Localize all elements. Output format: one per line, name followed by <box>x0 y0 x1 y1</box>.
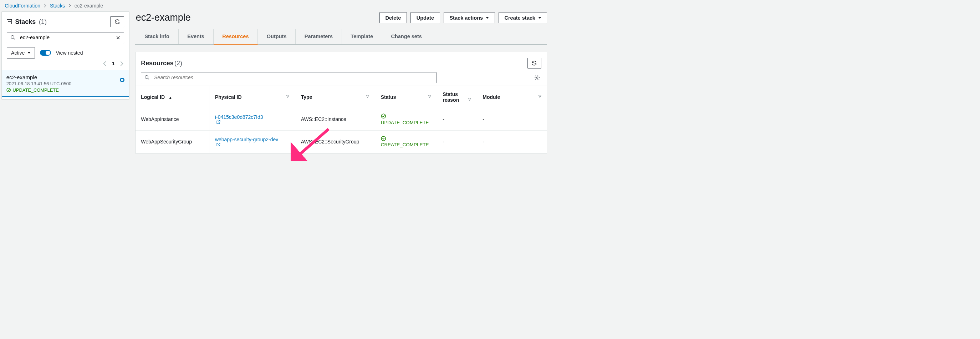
svg-marker-6 <box>486 17 489 19</box>
cell-type: AWS::EC2::Instance <box>295 108 375 131</box>
stacks-title: Stacks <box>15 18 36 26</box>
svg-line-1 <box>14 38 15 40</box>
filter-icon: ▽ <box>538 94 541 98</box>
stack-card-status: UPDATE_COMPLETE <box>6 88 125 93</box>
stacks-filter-value: Active <box>11 50 25 56</box>
physical-id-link[interactable]: i-0415c3e0d872c7fd3 <box>215 114 289 124</box>
resources-count: (2) <box>174 60 182 67</box>
svg-point-10 <box>536 77 538 78</box>
tab-stack-info[interactable]: Stack info <box>135 29 179 44</box>
pager-prev[interactable] <box>103 61 106 66</box>
stacks-search-input-wrap <box>7 32 124 43</box>
external-link-icon <box>216 120 220 124</box>
col-status[interactable]: Status ▽ <box>375 86 437 108</box>
tab-change-sets[interactable]: Change sets <box>382 29 431 44</box>
external-link-icon <box>216 142 220 146</box>
stack-card-name: ec2-example <box>6 74 125 80</box>
stacks-search-input[interactable] <box>7 32 124 43</box>
chevron-right-icon <box>68 3 71 8</box>
col-logical-id[interactable]: Logical ID ▲ <box>135 86 209 108</box>
table-row: WebAppInstance i-0415c3e0d872c7fd3 AWS::… <box>135 108 547 131</box>
caret-down-icon <box>27 52 31 54</box>
stack-selected-radio[interactable] <box>120 78 124 82</box>
success-icon <box>381 113 386 119</box>
refresh-button[interactable] <box>110 16 124 27</box>
table-row: WebAppSecurityGroup webapp-security-grou… <box>135 131 547 153</box>
stack-card-timestamp: 2021-06-18 13:41:56 UTC-0500 <box>6 81 125 86</box>
search-icon <box>10 35 16 40</box>
cell-logical-id: WebAppInstance <box>135 108 209 131</box>
svg-marker-7 <box>538 17 541 19</box>
svg-point-5 <box>7 88 10 92</box>
filter-icon: ▽ <box>286 94 289 98</box>
resources-panel: Resources (2) <box>135 52 547 153</box>
stacks-sidebar: Stacks (1) Active View nested <box>2 11 129 100</box>
settings-gear-icon[interactable] <box>533 73 541 82</box>
update-button[interactable]: Update <box>410 12 440 23</box>
breadcrumb-cloudformation[interactable]: CloudFormation <box>5 3 40 9</box>
clear-search-icon[interactable] <box>115 34 122 41</box>
stacks-pager: 1 <box>7 59 124 66</box>
resources-table: Logical ID ▲ Physical ID ▽ Type ▽ Stat <box>135 86 547 153</box>
search-icon <box>145 75 150 80</box>
chevron-right-icon <box>44 3 46 8</box>
cell-module: - <box>477 108 547 131</box>
stacks-count: (1) <box>39 18 47 26</box>
cell-status-reason: - <box>437 108 477 131</box>
filter-icon: ▽ <box>468 97 471 101</box>
svg-point-11 <box>381 114 385 118</box>
breadcrumb-stacks[interactable]: Stacks <box>50 3 65 9</box>
stack-tabs: Stack info Events Resources Outputs Para… <box>135 29 547 45</box>
tab-outputs[interactable]: Outputs <box>258 29 296 44</box>
success-icon <box>381 136 386 141</box>
caret-down-icon <box>486 17 489 19</box>
breadcrumb-current: ec2-example <box>75 3 103 9</box>
filter-icon: ▽ <box>428 94 431 98</box>
success-icon <box>6 88 11 92</box>
tab-events[interactable]: Events <box>179 29 214 44</box>
pager-next[interactable] <box>120 61 123 66</box>
filter-icon: ▽ <box>366 94 369 98</box>
tab-template[interactable]: Template <box>342 29 382 44</box>
sort-asc-icon: ▲ <box>169 95 172 100</box>
col-module[interactable]: Module ▽ <box>477 86 547 108</box>
tab-resources[interactable]: Resources <box>214 29 258 45</box>
cell-logical-id: WebAppSecurityGroup <box>135 131 209 153</box>
svg-point-0 <box>11 36 14 38</box>
stack-card[interactable]: ec2-example 2021-06-18 13:41:56 UTC-0500… <box>2 70 129 97</box>
col-physical-id[interactable]: Physical ID ▽ <box>209 86 295 108</box>
pager-page-number: 1 <box>112 60 115 66</box>
cell-status-reason: - <box>437 131 477 153</box>
col-type[interactable]: Type ▽ <box>295 86 375 108</box>
stacks-filter-select[interactable]: Active <box>7 47 35 58</box>
main-content: ec2-example Delete Update Stack actions … <box>135 11 547 153</box>
delete-button[interactable]: Delete <box>379 12 407 23</box>
resources-title: Resources <box>141 60 174 67</box>
cell-module: - <box>477 131 547 153</box>
physical-id-link[interactable]: webapp-security-group2-dev <box>215 137 289 146</box>
cell-status: UPDATE_COMPLETE <box>375 108 437 131</box>
resources-search-input[interactable] <box>141 72 436 83</box>
caret-down-icon <box>538 17 541 19</box>
resources-refresh-button[interactable] <box>527 58 541 68</box>
svg-line-9 <box>148 78 149 80</box>
collapse-icon[interactable] <box>7 19 12 25</box>
page-title: ec2-example <box>136 12 191 23</box>
col-status-reason[interactable]: Status reason ▽ <box>437 86 477 108</box>
cell-status: CREATE_COMPLETE <box>375 131 437 153</box>
stack-actions-button[interactable]: Stack actions <box>444 12 495 23</box>
view-nested-label: View nested <box>56 50 83 56</box>
svg-marker-4 <box>27 52 31 54</box>
svg-point-12 <box>381 136 385 141</box>
cell-type: AWS::EC2::SecurityGroup <box>295 131 375 153</box>
create-stack-button[interactable]: Create stack <box>498 12 547 23</box>
svg-point-8 <box>145 76 148 78</box>
tab-parameters[interactable]: Parameters <box>296 29 342 44</box>
breadcrumb: CloudFormation Stacks ec2-example <box>0 0 549 11</box>
view-nested-toggle[interactable] <box>40 50 51 56</box>
